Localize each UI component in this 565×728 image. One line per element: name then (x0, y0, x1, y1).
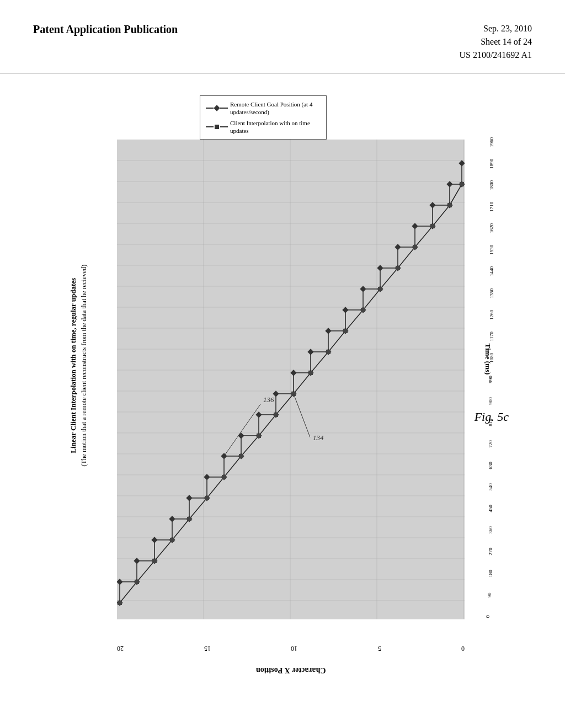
svg-rect-70 (152, 559, 157, 563)
y-tick-1260: 1260 (489, 310, 494, 320)
x-tick-0: 0 (461, 644, 465, 652)
svg-rect-63 (429, 202, 435, 208)
svg-rect-88 (460, 182, 464, 186)
svg-rect-85 (413, 245, 417, 249)
y-tick-900: 900 (488, 397, 493, 405)
legend-item-2: Client Interpolation with on time update… (206, 119, 321, 135)
svg-rect-69 (135, 580, 139, 584)
x-tick-10: 10 (291, 644, 297, 652)
header-patent-num: US 2100/241692 A1 (459, 49, 532, 62)
y-tick-0: 0 (485, 615, 491, 618)
svg-rect-65 (446, 181, 452, 187)
y-axis-label: Linear Client Interpolation with on time… (68, 265, 89, 467)
time-axis-label: Time (ms) (483, 344, 492, 374)
y-tick-540: 540 (488, 484, 493, 491)
y-tick-720: 720 (488, 440, 493, 448)
svg-rect-73 (205, 496, 209, 500)
svg-rect-72 (187, 517, 191, 521)
x-axis-ticks: 20 15 10 5 0 (117, 644, 465, 652)
svg-rect-82 (361, 308, 365, 312)
annotation-136: 136 (263, 395, 274, 404)
y-axis-sub-label: (The motion that a remote client reconst… (79, 265, 89, 467)
main-content: Remote Client Goal Position (at 4 update… (0, 73, 565, 702)
svg-rect-83 (378, 287, 382, 291)
diamond-markers (117, 160, 465, 606)
annotation-134: 134 (313, 433, 324, 442)
y-tick-1960: 1960 (489, 137, 494, 147)
legend-item-1: Remote Client Goal Position (at 4 update… (206, 100, 321, 116)
svg-rect-84 (396, 266, 400, 270)
publication-title: Patent Application Publication (33, 22, 178, 36)
header-info: Sep. 23, 2010 Sheet 14 of 24 US 2100/241… (459, 22, 532, 62)
x-axis-title: Character X Position (256, 666, 326, 675)
y-axis-main-label: Linear Client Interpolation with on time… (68, 265, 79, 467)
publication-title-text: Patent Application Publication (33, 23, 178, 35)
svg-rect-77 (274, 413, 278, 417)
svg-rect-67 (459, 160, 465, 166)
svg-rect-76 (257, 433, 261, 438)
svg-rect-43 (255, 411, 262, 417)
legend-item-2-label: Client Interpolation with on time update… (230, 119, 321, 135)
y-tick-360: 360 (488, 527, 493, 534)
x-axis-title-container: Character X Position (117, 665, 465, 675)
y-tick-1440: 1440 (489, 266, 494, 276)
legend-item-1-label: Remote Client Goal Position (at 4 update… (230, 100, 321, 116)
y-tick-450: 450 (488, 505, 493, 513)
figure-label-text: Fig. 5c (475, 410, 509, 424)
page-header: Patent Application Publication Sep. 23, … (0, 0, 565, 73)
time-axis-label-text: Time (ms) (484, 344, 492, 374)
svg-line-90 (294, 394, 310, 437)
svg-rect-79 (308, 371, 313, 375)
svg-rect-71 (170, 538, 174, 542)
svg-rect-51 (325, 328, 331, 334)
svg-rect-61 (412, 223, 418, 229)
svg-rect-87 (447, 203, 452, 207)
x-tick-20: 20 (117, 644, 124, 652)
x-tick-15: 15 (204, 644, 211, 652)
svg-rect-80 (326, 350, 331, 354)
y-tick-1350: 1350 (489, 288, 494, 298)
y-tick-1530: 1530 (489, 245, 494, 255)
y-tick-180: 180 (488, 570, 493, 577)
y-tick-90: 90 (487, 592, 492, 597)
svg-rect-86 (430, 224, 435, 228)
svg-rect-74 (222, 475, 226, 479)
chart-legend: Remote Client Goal Position (at 4 update… (200, 95, 327, 140)
y-tick-1620: 1620 (489, 223, 494, 233)
svg-rect-81 (343, 329, 348, 333)
svg-rect-47 (290, 370, 296, 376)
y-tick-labels: 1960 1890 1800 1710 1620 1530 1440 1350 … (487, 140, 517, 619)
y-tick-630: 630 (488, 462, 493, 469)
svg-rect-59 (395, 244, 401, 250)
y-tick-1170: 1170 (489, 331, 494, 341)
y-tick-990: 990 (488, 376, 493, 383)
plot-container: 136 134 (117, 140, 465, 619)
svg-rect-53 (342, 307, 348, 313)
x-tick-5: 5 (378, 644, 381, 652)
svg-rect-57 (377, 265, 383, 271)
header-date: Sep. 23, 2010 (459, 22, 532, 35)
svg-rect-55 (360, 286, 366, 292)
y-tick-270: 270 (488, 548, 493, 556)
svg-rect-75 (239, 454, 243, 458)
chart-area: Remote Client Goal Position (at 4 update… (45, 90, 520, 686)
y-tick-1800: 1800 (489, 180, 494, 190)
svg-rect-68 (118, 601, 122, 605)
header-sheet: Sheet 14 of 24 (459, 35, 532, 49)
y-axis-label-container: Linear Client Interpolation with on time… (45, 145, 111, 586)
figure-label: Fig. 5c (475, 410, 509, 424)
y-tick-1890: 1890 (489, 159, 494, 169)
svg-rect-49 (307, 349, 313, 355)
chart-svg: 136 134 (117, 140, 465, 619)
svg-rect-41 (238, 432, 244, 438)
y-tick-1710: 1710 (489, 202, 494, 212)
plot-background: 136 134 (117, 140, 465, 619)
